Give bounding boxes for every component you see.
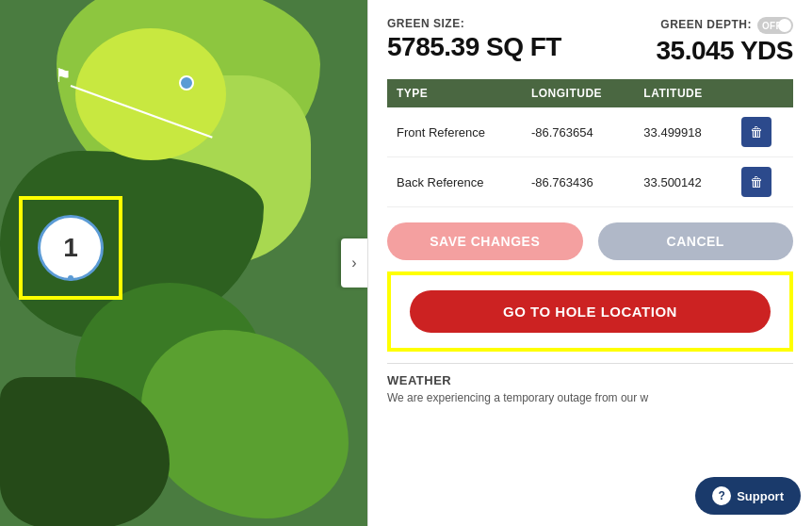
- support-button[interactable]: ? Support: [695, 477, 801, 515]
- support-icon: ?: [712, 486, 731, 505]
- table-row: Back Reference -86.763436 33.500142 🗑: [387, 157, 793, 207]
- trash-icon: 🗑: [750, 174, 763, 189]
- cell-latitude: 33.500142: [634, 157, 731, 207]
- cell-longitude: -86.763436: [522, 157, 634, 207]
- support-label: Support: [737, 489, 784, 503]
- hole-number-circle: 1: [38, 215, 104, 281]
- green-depth-block: GREEN DEPTH: OFF 35.045 YDS: [657, 17, 794, 66]
- green-depth-value: 35.045 YDS: [657, 36, 794, 66]
- green-size-label: GREEN SIZE:: [387, 17, 561, 30]
- chevron-right-icon: ›: [351, 255, 356, 271]
- reference-table: TYPE LONGITUDE LATITUDE Front Reference …: [387, 79, 793, 207]
- delete-button[interactable]: 🗑: [741, 117, 771, 147]
- goto-hole-section: GO TO HOLE LOCATION: [387, 271, 793, 352]
- weather-title: WEATHER: [387, 373, 793, 387]
- cancel-button[interactable]: CANCEL: [598, 222, 794, 260]
- cell-type: Back Reference: [387, 157, 522, 207]
- hole-number: 1: [63, 233, 78, 263]
- delete-button[interactable]: 🗑: [741, 167, 771, 197]
- map-dot: [179, 75, 194, 90]
- hole-box: 1: [19, 196, 122, 300]
- right-panel: GREEN SIZE: 5785.39 SQ FT GREEN DEPTH: O…: [367, 0, 812, 526]
- goto-hole-button[interactable]: GO TO HOLE LOCATION: [410, 290, 771, 333]
- weather-text: We are experiencing a temporary outage f…: [387, 391, 793, 404]
- action-row: SAVE CHANGES CANCEL: [387, 222, 793, 260]
- col-actions: [732, 79, 793, 107]
- cell-delete: 🗑: [732, 157, 793, 207]
- weather-section: WEATHER We are experiencing a temporary …: [387, 363, 793, 404]
- cell-latitude: 33.499918: [634, 107, 731, 157]
- col-type: TYPE: [387, 79, 522, 107]
- map-panel: ⚑ 1 ›: [0, 0, 367, 526]
- green-depth-label: GREEN DEPTH:: [660, 18, 752, 31]
- table-row: Front Reference -86.763654 33.499918 🗑: [387, 107, 793, 157]
- trash-icon: 🗑: [750, 124, 763, 140]
- expand-button[interactable]: ›: [341, 238, 367, 288]
- cell-delete: 🗑: [732, 107, 793, 157]
- table-header-row: TYPE LONGITUDE LATITUDE: [387, 79, 793, 107]
- save-changes-button[interactable]: SAVE CHANGES: [387, 222, 583, 260]
- green-size-value: 5785.39 SQ FT: [387, 32, 561, 62]
- flag-icon: ⚑: [55, 64, 72, 87]
- stats-row: GREEN SIZE: 5785.39 SQ FT GREEN DEPTH: O…: [387, 17, 793, 66]
- toggle-off-label: OFF: [762, 21, 782, 31]
- depth-label-row: GREEN DEPTH: OFF: [660, 17, 793, 34]
- depth-toggle[interactable]: OFF: [757, 17, 793, 34]
- col-latitude: LATITUDE: [634, 79, 731, 107]
- cell-longitude: -86.763654: [522, 107, 634, 157]
- green-size-block: GREEN SIZE: 5785.39 SQ FT: [387, 17, 561, 62]
- col-longitude: LONGITUDE: [522, 79, 634, 107]
- cell-type: Front Reference: [387, 107, 522, 157]
